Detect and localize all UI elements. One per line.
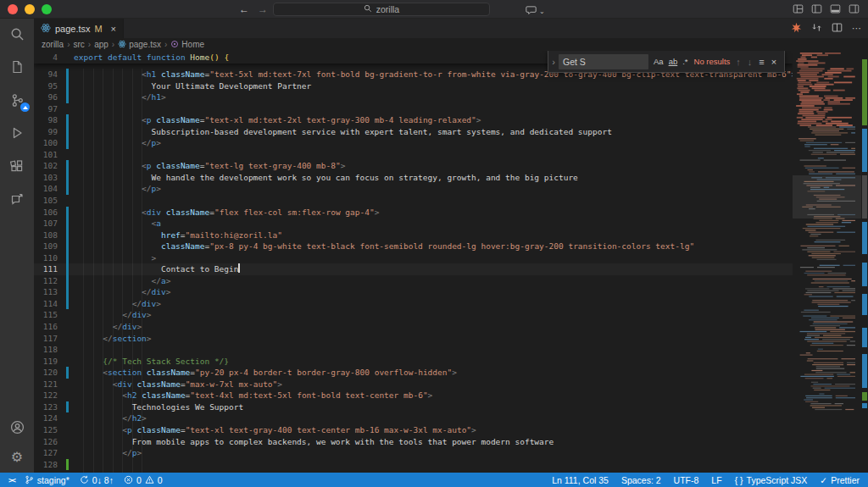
breadcrumb-separator: › bbox=[88, 40, 91, 49]
code-line-108[interactable]: 108 href="mailto:hi@zoril.la" bbox=[34, 230, 868, 241]
code-line-114[interactable]: 114 </div> bbox=[34, 298, 868, 310]
code-line-104[interactable]: 104 </p> bbox=[34, 183, 868, 195]
code-line-101[interactable]: 101 bbox=[34, 149, 868, 161]
find-in-selection-icon[interactable]: ≡ bbox=[759, 57, 764, 67]
problems-item[interactable]: 0 0 bbox=[124, 475, 163, 485]
code-line-105[interactable]: 105 bbox=[34, 195, 868, 207]
code-line-127[interactable]: 127 </p> bbox=[34, 447, 868, 459]
split-editor-icon[interactable] bbox=[832, 21, 843, 36]
back-button[interactable]: ← bbox=[239, 3, 249, 15]
code-line-103[interactable]: 103 We handle the development work so yo… bbox=[34, 172, 868, 184]
code-text: </div> bbox=[74, 298, 161, 310]
indentation-item[interactable]: Spaces: 2 bbox=[621, 475, 661, 485]
code-line-111[interactable]: 111 Contact to Begin bbox=[34, 263, 868, 275]
line-number: 125 bbox=[34, 424, 65, 436]
settings-gear-icon[interactable]: ⚙ bbox=[7, 447, 27, 468]
code-line-126[interactable]: 126 From mobile apps to complex backends… bbox=[34, 436, 868, 448]
copilot-chat-button[interactable]: ⌄ bbox=[526, 3, 545, 19]
code-line-117[interactable]: 117 </section> bbox=[34, 333, 868, 345]
code-line-121[interactable]: 121 <div className="max-w-7xl mx-auto"> bbox=[34, 379, 868, 390]
code-line-125[interactable]: 125 <p className="text-xl text-gray-400 … bbox=[34, 424, 868, 436]
code-text: </h1> bbox=[74, 91, 166, 103]
tab-bar: page.tsx M × ⋯ bbox=[34, 19, 868, 38]
zoom-window-button[interactable] bbox=[42, 4, 52, 14]
breadcrumb-project[interactable]: zorilla bbox=[42, 40, 64, 49]
line-number: 120 bbox=[34, 367, 65, 379]
code-line-110[interactable]: 110 > bbox=[34, 252, 868, 264]
find-previous-icon[interactable]: ↑ bbox=[736, 57, 741, 67]
code-lines: 94 <h1 className="text-5xl md:text-7xl f… bbox=[34, 51, 868, 473]
close-window-button[interactable] bbox=[8, 4, 18, 14]
regex-toggle[interactable]: .* bbox=[682, 57, 687, 66]
code-text: <div className="flex flex-col sm:flex-ro… bbox=[74, 207, 379, 219]
compare-changes-icon[interactable] bbox=[811, 21, 822, 36]
code-line-118[interactable]: 118 bbox=[34, 344, 868, 356]
code-line-116[interactable]: 116 </div> bbox=[34, 321, 868, 333]
find-next-icon[interactable]: ↓ bbox=[748, 57, 753, 67]
code-line-99[interactable]: 99 Subscription-based development servic… bbox=[34, 126, 868, 138]
code-line-97[interactable]: 97 bbox=[34, 103, 868, 115]
code-line-109[interactable]: 109 className="px-8 py-4 bg-white text-b… bbox=[34, 241, 868, 252]
formatter-item[interactable]: ✓ Prettier bbox=[820, 475, 860, 485]
gutter bbox=[65, 390, 74, 401]
comments-view-icon[interactable] bbox=[7, 189, 27, 209]
code-line-123[interactable]: 123 Technologies We Support bbox=[34, 401, 868, 413]
code-line-119[interactable]: 119 {/* Tech Stack Section */} bbox=[34, 356, 868, 368]
toggle-secondary-sidebar-icon[interactable] bbox=[849, 3, 860, 14]
cursor-position-item[interactable]: Ln 111, Col 35 bbox=[552, 475, 609, 485]
language-mode-item[interactable]: { } TypeScript JSX bbox=[735, 475, 808, 485]
more-actions-icon[interactable]: ⋯ bbox=[852, 23, 861, 34]
extension-action-icon[interactable] bbox=[791, 21, 802, 36]
forward-button[interactable]: → bbox=[258, 3, 268, 15]
line-number: 115 bbox=[34, 309, 65, 321]
command-center-search[interactable]: zorilla bbox=[273, 3, 490, 16]
code-line-128[interactable]: 128 bbox=[34, 459, 868, 471]
code-line-106[interactable]: 106 <div className="flex flex-col sm:fle… bbox=[34, 207, 868, 219]
breadcrumb-app[interactable]: app bbox=[94, 40, 108, 49]
source-control-view-icon[interactable] bbox=[7, 90, 27, 110]
run-debug-view-icon[interactable] bbox=[7, 123, 27, 143]
remote-indicator[interactable]: >< bbox=[8, 476, 14, 484]
eol-item[interactable]: LF bbox=[711, 475, 721, 485]
git-sync-item[interactable]: 0↓ 8↑ bbox=[80, 475, 114, 485]
customize-layout-icon[interactable] bbox=[793, 3, 804, 14]
code-line-107[interactable]: 107 <a bbox=[34, 218, 868, 230]
code-line-112[interactable]: 112 </a> bbox=[34, 275, 868, 287]
match-case-toggle[interactable]: Aa bbox=[654, 57, 664, 66]
accounts-icon[interactable] bbox=[7, 417, 27, 437]
toggle-replace-icon[interactable]: › bbox=[548, 51, 559, 72]
code-line-98[interactable]: 98 <p className="text-xl md:text-2xl tex… bbox=[34, 114, 868, 126]
branch-icon bbox=[25, 475, 34, 484]
breadcrumb-file[interactable]: page.tsx bbox=[118, 40, 161, 50]
whole-word-toggle[interactable]: ab bbox=[669, 57, 678, 66]
toggle-panel-icon[interactable] bbox=[830, 3, 841, 14]
toggle-primary-sidebar-icon[interactable] bbox=[811, 3, 822, 14]
find-close-icon[interactable]: × bbox=[771, 57, 776, 67]
code-line-124[interactable]: 124 </h2> bbox=[34, 412, 868, 424]
code-line-122[interactable]: 122 <h2 className="text-4xl md:text-5xl … bbox=[34, 390, 868, 401]
breadcrumb-symbol-home[interactable]: Home bbox=[170, 40, 204, 50]
encoding-item[interactable]: UTF-8 bbox=[674, 475, 699, 485]
code-line-113[interactable]: 113 </div> bbox=[34, 286, 868, 298]
search-view-icon[interactable] bbox=[7, 24, 27, 44]
gutter-mod-marker bbox=[65, 367, 74, 379]
code-line-96[interactable]: 96 </h1> bbox=[34, 91, 868, 103]
git-branch-item[interactable]: staging* bbox=[25, 475, 70, 485]
code-text: </p> bbox=[74, 183, 161, 195]
find-input[interactable]: Get S bbox=[559, 54, 648, 69]
code-line-102[interactable]: 102 <p className="text-lg text-gray-400 … bbox=[34, 160, 868, 172]
gutter bbox=[65, 333, 74, 345]
line-number: 102 bbox=[34, 160, 65, 172]
tab-close-icon[interactable]: × bbox=[111, 24, 116, 34]
explorer-view-icon[interactable] bbox=[7, 57, 27, 77]
minimap[interactable] bbox=[793, 51, 861, 473]
tab-page-tsx[interactable]: page.tsx M × bbox=[34, 19, 124, 38]
extensions-view-icon[interactable] bbox=[7, 156, 27, 176]
code-line-100[interactable]: 100 </p> bbox=[34, 137, 868, 149]
code-line-95[interactable]: 95 Your Ultimate Development Partner bbox=[34, 80, 868, 92]
code-line-120[interactable]: 120 <section className="py-20 px-4 borde… bbox=[34, 367, 868, 379]
code-editor[interactable]: 94 <h1 className="text-5xl md:text-7xl f… bbox=[34, 51, 868, 473]
minimize-window-button[interactable] bbox=[25, 4, 35, 14]
code-line-115[interactable]: 115 </div> bbox=[34, 309, 868, 321]
breadcrumb-src[interactable]: src bbox=[73, 40, 84, 49]
